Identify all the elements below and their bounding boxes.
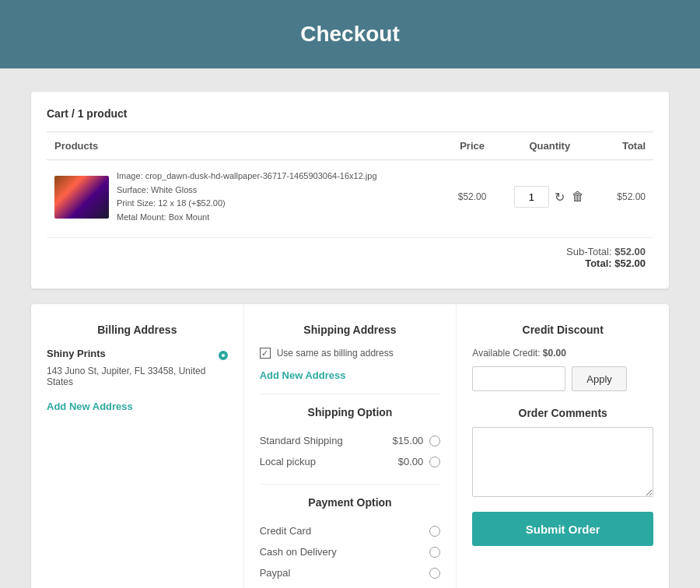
total-row: Total: $52.00 [54,257,646,269]
credit-card-label: Credit Card [260,525,311,537]
shipping-option-title: Shipping Option [260,406,441,418]
cart-section: Cart / 1 product Products Price Quantity… [31,92,669,289]
billing-section: Billing Address Shiny Prints 143 Juno St… [31,304,244,588]
billing-address: 143 Juno St, Jupiter, FL 33458, United S… [47,366,228,387]
shipping-divider [260,394,441,394]
product-metal-mount: Metal Mount: Box Mount [117,211,377,225]
discount-input-row: Apply [472,366,653,391]
credit-title: Credit Discount [472,324,653,336]
bottom-grid: Billing Address Shiny Prints 143 Juno St… [31,304,669,588]
payment-paypal: Paypal [260,562,441,583]
quantity-input[interactable] [514,186,549,208]
products-table: Products Price Quantity Total Image: cro… [47,131,653,233]
apply-button[interactable]: Apply [572,366,627,391]
credit-card-radio[interactable] [429,526,440,537]
billing-selected-indicator [219,351,228,360]
col-quantity: Quantity [499,132,601,160]
cash-delivery-label: Cash on Delivery [260,546,337,558]
page-header: Checkout [0,0,700,68]
same-as-billing-row: Use same as billing address [260,348,441,359]
col-products: Products [47,132,446,160]
payment-title: Payment Option [260,496,441,509]
credit-section: Credit Discount Available Credit: $0.00 … [457,304,669,588]
paypal-radio[interactable] [429,568,440,579]
shipping-add-new-link[interactable]: Add New Address [260,369,346,381]
shipping-option-local: Local pickup $0.00 [260,451,441,472]
payment-credit-card: Credit Card [260,520,441,541]
subtotals: Sub-Total: $52.00 Total: $52.00 [47,237,653,273]
product-details: Image: crop_dawn-dusk-hd-wallpaper-36717… [117,170,377,224]
subtotal-row: Sub-Total: $52.00 [54,246,646,257]
quantity-wrapper: ↻ 🗑 [506,186,593,208]
refresh-button[interactable]: ↻ [553,188,566,206]
product-surface: Surface: White Gloss [117,184,377,198]
delete-button[interactable]: 🗑 [570,188,586,205]
cart-title: Cart / 1 product [47,107,653,120]
payment-divider [260,484,441,485]
billing-add-new-link[interactable]: Add New Address [47,401,133,412]
product-info: Image: crop_dawn-dusk-hd-wallpaper-36717… [54,170,439,224]
page-title: Checkout [300,22,400,46]
local-pickup-label: Local pickup [260,456,316,467]
company-row: Shiny Prints [47,348,228,362]
discount-input[interactable] [472,366,565,391]
col-total: Total [601,132,653,160]
local-pickup-radio[interactable] [429,457,440,467]
payment-cash-delivery: Cash on Delivery [260,541,441,562]
order-comments-title: Order Comments [472,407,653,419]
same-as-billing-label: Use same as billing address [277,348,394,359]
shipping-title: Shipping Address [260,324,441,336]
available-credit: Available Credit: $0.00 [472,348,653,359]
billing-title: Billing Address [47,324,228,336]
product-image-label: Image: crop_dawn-dusk-hd-wallpaper-36717… [117,170,377,184]
local-pickup-price: $0.00 [398,456,424,467]
product-print-size: Print Size: 12 x 18 (+$52.00) [117,197,377,211]
shipping-option-standard: Standard Shipping $15.00 [260,430,441,451]
order-comments-textarea[interactable] [472,427,653,497]
table-row: Image: crop_dawn-dusk-hd-wallpaper-36717… [47,160,653,234]
shipping-section: Shipping Address Use same as billing add… [244,304,457,588]
product-image [54,176,109,219]
standard-shipping-label: Standard Shipping [260,435,343,446]
main-container: Cart / 1 product Products Price Quantity… [16,92,684,588]
paypal-label: Paypal [260,567,291,579]
standard-shipping-price: $15.00 [393,435,424,446]
col-price: Price [446,132,499,160]
standard-shipping-radio[interactable] [429,436,440,446]
company-name: Shiny Prints [47,348,106,359]
same-as-billing-checkbox[interactable] [260,348,271,359]
product-price: $52.00 [458,191,487,202]
cash-delivery-radio[interactable] [429,547,440,558]
product-total: $52.00 [617,191,646,202]
submit-order-button[interactable]: Submit Order [472,512,653,546]
image-label-text: Image: crop_dawn-dusk-hd-wallpaper-36717… [117,171,377,180]
